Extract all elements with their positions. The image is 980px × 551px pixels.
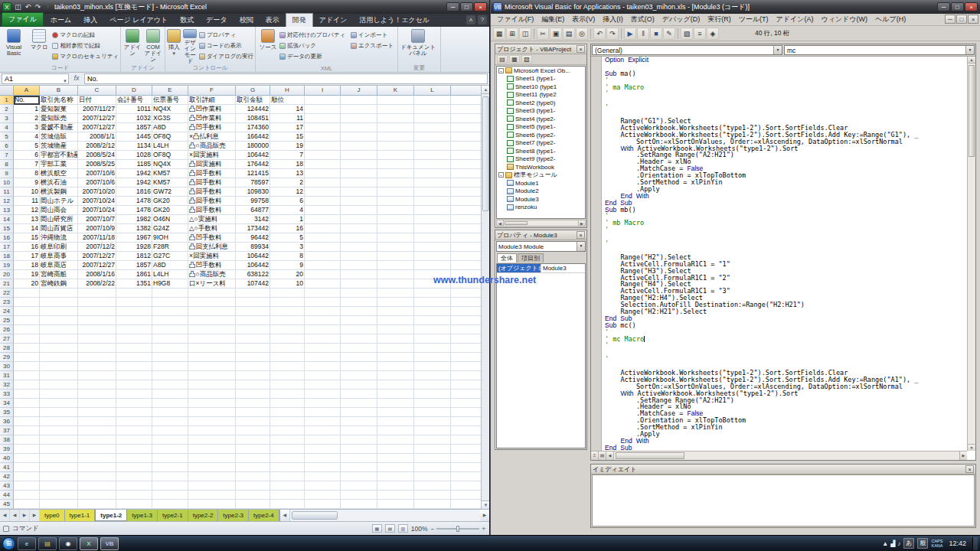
grid-cell[interactable] (40, 408, 78, 417)
grid-cell[interactable]: 106442 (236, 151, 270, 160)
row-header-22[interactable]: 22 (0, 289, 14, 298)
grid-cell[interactable] (305, 178, 341, 187)
grid-cell[interactable] (188, 334, 236, 344)
grid-cell[interactable] (78, 334, 116, 344)
grid-cell[interactable] (377, 270, 414, 279)
page-layout-view-icon[interactable]: ▤ (385, 524, 395, 533)
grid-cell[interactable]: 78597 (236, 178, 270, 187)
grid-cell[interactable]: 凸回手数料 (188, 206, 236, 215)
grid-cell[interactable] (305, 334, 341, 344)
grid-cell[interactable] (305, 289, 341, 298)
visual-basic-button[interactable]: Visual Basic (2, 28, 26, 64)
grid-cell[interactable] (270, 289, 305, 298)
sheet-tab-type2-4[interactable]: type2-4 (249, 510, 279, 521)
row-header-18[interactable]: 18 (0, 252, 14, 261)
grid-cell[interactable] (341, 279, 377, 289)
grid-cell[interactable] (377, 371, 414, 380)
grid-cell[interactable] (40, 491, 78, 500)
vba-menu-1[interactable]: 編集(E) (537, 15, 568, 24)
grid-cell[interactable] (78, 463, 116, 472)
code-line[interactable]: End Sub (591, 315, 967, 322)
grid-cell[interactable] (188, 399, 236, 408)
row-header-38[interactable]: 38 (0, 435, 14, 445)
row-header-26[interactable]: 26 (0, 325, 14, 334)
grid-cell[interactable] (14, 307, 40, 316)
code-vertical-scrollbar[interactable]: ▲ ▼ (967, 57, 975, 451)
row-header-6[interactable]: 6 (0, 142, 14, 151)
vba-menu-0[interactable]: ファイル(F) (493, 15, 537, 24)
grid-cell[interactable] (270, 362, 305, 371)
grid-cell[interactable] (341, 371, 377, 380)
ribbon-tab-3[interactable]: ページ レイアウト (103, 14, 174, 27)
grid-cell[interactable] (414, 353, 451, 362)
grid-cell[interactable] (78, 289, 116, 298)
macro-security-button[interactable]: マクロのセキュリティ (52, 51, 119, 61)
grid-cell[interactable]: 2008/1/16 (78, 270, 116, 279)
grid-cell[interactable]: ×回実施料 (188, 151, 236, 160)
ribbon-tab-10[interactable]: 活用しよう！エクセル (354, 14, 436, 27)
vba-menu-8[interactable]: アドイン(A) (773, 15, 818, 24)
grid-cell[interactable] (341, 261, 377, 270)
grid-cell[interactable]: 2008/5/25 (78, 160, 116, 169)
grid-cell[interactable] (305, 408, 341, 417)
grid-cell[interactable] (236, 289, 270, 298)
grid-cell[interactable]: 1812 (116, 252, 152, 261)
grid-cell[interactable]: 凸回実施料 (188, 160, 236, 169)
grid-cell[interactable] (78, 481, 116, 491)
taskbar-excel-icon[interactable]: X (80, 537, 98, 550)
grid-cell[interactable] (341, 270, 377, 279)
grid-cell[interactable] (236, 435, 270, 445)
grid-cell[interactable] (414, 500, 451, 509)
grid-cell[interactable] (305, 96, 341, 105)
row-header-5[interactable]: 5 (0, 132, 14, 142)
scroll-down-icon[interactable]: ▼ (968, 444, 975, 451)
ribbon-tab-7[interactable]: 表示 (260, 14, 286, 27)
grid-vertical-scrollbar[interactable]: ▲ ▼ (481, 86, 490, 509)
grid-cell[interactable] (188, 380, 236, 390)
grid-cell[interactable]: 17 (14, 252, 40, 261)
grid-cell[interactable] (414, 399, 451, 408)
grid-cell[interactable] (305, 270, 341, 279)
grid-cell[interactable]: 1478 (116, 197, 152, 206)
grid-cell[interactable] (78, 307, 116, 316)
grid-cell[interactable] (414, 454, 451, 463)
grid-cell[interactable]: 11 (14, 197, 40, 206)
scroll-left-icon[interactable]: ◀ (280, 510, 290, 521)
grid-cell[interactable]: 1816 (116, 187, 152, 197)
grid-cell[interactable]: 14 (14, 224, 40, 233)
grid-cell[interactable] (152, 380, 188, 390)
code-line[interactable]: ' (591, 240, 967, 247)
tray-volume-icon[interactable]: ♪ (897, 540, 900, 547)
child-close-button[interactable]: × (968, 15, 978, 24)
grid-cell[interactable]: 1134 (116, 142, 152, 151)
grid-cell[interactable] (14, 426, 40, 435)
code-line[interactable]: Range("H2:H21").Select (591, 308, 967, 315)
grid-cell[interactable] (116, 491, 152, 500)
scrollbar-thumb[interactable] (505, 221, 528, 225)
grid-cell[interactable] (152, 353, 188, 362)
grid-cell[interactable] (414, 472, 451, 481)
grid-cell[interactable]: 16 (270, 224, 305, 233)
close-icon[interactable]: × (965, 465, 974, 473)
scroll-left-icon[interactable]: ◀ (606, 452, 614, 460)
grid-cell[interactable]: 15 (14, 233, 40, 243)
grid-cell[interactable]: H9G8 (152, 279, 188, 289)
row-header-16[interactable]: 16 (0, 233, 14, 243)
grid-cell[interactable] (188, 463, 236, 472)
row-header-4[interactable]: 4 (0, 123, 14, 132)
grid-cell[interactable] (78, 298, 116, 307)
code-line[interactable]: Sub mb() (591, 207, 967, 214)
grid-cell[interactable]: 1928 (116, 243, 152, 252)
grid-cell[interactable]: 19 (270, 142, 305, 151)
grid-cell[interactable] (78, 399, 116, 408)
grid-cell[interactable] (270, 298, 305, 307)
grid-cell[interactable]: 凸凹手数料 (188, 261, 236, 270)
expansion-packs-button[interactable]: 拡張パック (279, 41, 350, 51)
grid-cell[interactable]: 2007/10/24 (78, 197, 116, 206)
grid-cell[interactable] (40, 435, 78, 445)
grid-cell[interactable]: 14 (270, 105, 305, 114)
project-horizontal-scrollbar[interactable]: ◀ ▶ (496, 220, 586, 227)
scroll-right-icon[interactable]: ▶ (480, 510, 490, 521)
object-dropdown[interactable]: (General)▼ (592, 45, 782, 55)
grid-cell[interactable]: 会計番号 (116, 96, 152, 105)
